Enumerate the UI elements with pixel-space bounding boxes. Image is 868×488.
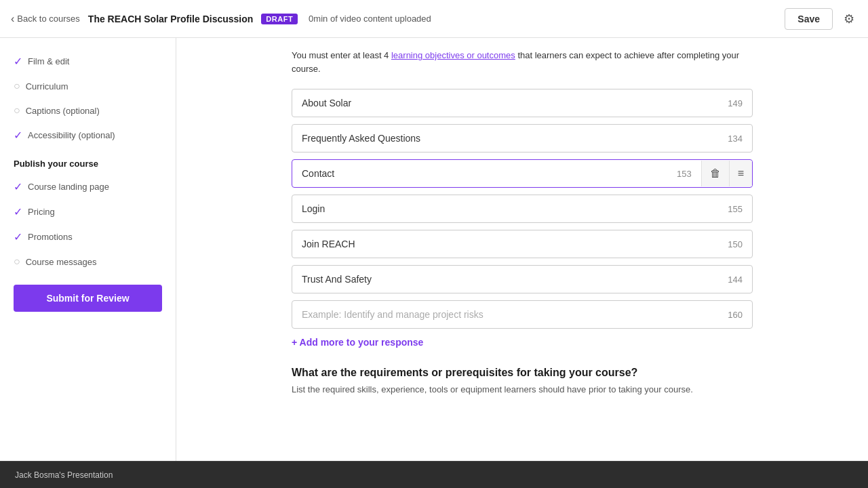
sidebar-item-accessibility[interactable]: ✓ Accessibility (optional) (0, 123, 176, 148)
check-empty-icon: ○ (14, 256, 20, 268)
char-count-7: 160 (718, 310, 752, 320)
sidebar-item-label: Accessibility (optional) (28, 130, 115, 140)
char-count-2: 134 (718, 134, 752, 144)
reorder-icon-btn[interactable]: ≡ (729, 161, 752, 186)
char-count-5: 150 (718, 239, 752, 249)
objective-input-3[interactable] (292, 160, 667, 187)
objective-input-row-1: 149 (292, 89, 753, 117)
objective-input-row-4: 155 (292, 195, 753, 223)
sidebar-item-label: Course landing page (28, 182, 109, 192)
objective-input-row-6: 144 (292, 265, 753, 293)
sidebar-item-film-edit[interactable]: ✓ Film & edit (0, 49, 176, 74)
submit-btn-wrap: Submit for Review (0, 274, 176, 323)
sidebar-item-landing[interactable]: ✓ Course landing page (0, 174, 176, 199)
objective-input-5[interactable] (292, 230, 718, 258)
char-count-6: 144 (718, 274, 752, 285)
sidebar-item-label: Promotions (28, 232, 73, 242)
char-count-4: 155 (718, 204, 752, 214)
course-title: The REACH Solar Profile Discussion (88, 14, 254, 24)
objective-input-6[interactable] (292, 266, 718, 293)
sidebar-item-label: Captions (optional) (26, 106, 100, 116)
objective-input-row-5: 150 (292, 230, 753, 258)
check-empty-icon: ○ (14, 80, 20, 92)
objective-input-4[interactable] (292, 195, 718, 222)
requirements-sub: List the required skills, experience, to… (292, 384, 753, 394)
objective-input-1[interactable] (292, 89, 718, 117)
add-more-link[interactable]: + Add more to your response (292, 337, 753, 348)
back-label: Back to courses (17, 14, 80, 24)
objective-input-7[interactable] (292, 301, 718, 328)
check-done-icon: ✓ (14, 230, 22, 243)
back-arrow-icon: ‹ (11, 13, 14, 25)
check-done-icon: ✓ (14, 180, 22, 193)
submit-for-review-button[interactable]: Submit for Review (14, 285, 162, 312)
sidebar-item-label: Pricing (28, 207, 55, 217)
check-done-icon: ✓ (14, 129, 22, 142)
draft-badge: DRAFT (261, 14, 298, 24)
objective-input-row-2: 134 (292, 124, 753, 152)
sidebar-item-captions[interactable]: ○ Captions (optional) (0, 98, 176, 123)
sidebar-item-curriculum[interactable]: ○ Curriculum (0, 74, 176, 98)
requirements-question: What are the requirements or prerequisit… (292, 367, 753, 379)
char-count-3: 153 (667, 169, 701, 179)
char-count-1: 149 (718, 98, 752, 108)
sidebar-item-label: Course messages (26, 257, 97, 267)
video-upload-info: 0min of video content uploaded (309, 14, 431, 24)
objective-input-2[interactable] (292, 125, 718, 152)
notice-prefix: You must enter at least 4 (292, 50, 391, 60)
check-done-icon: ✓ (14, 205, 22, 218)
sidebar-item-messages[interactable]: ○ Course messages (0, 249, 176, 274)
notice-text: You must enter at least 4 learning objec… (292, 49, 753, 75)
sidebar-item-label: Film & edit (28, 56, 69, 66)
main-layout: ✓ Film & edit ○ Curriculum ○ Captions (o… (0, 38, 868, 461)
check-empty-icon: ○ (14, 104, 20, 117)
content-inner: You must enter at least 4 learning objec… (251, 38, 793, 422)
publish-section-title: Publish your course (0, 148, 176, 174)
objective-input-row-3: 153 🗑 ≡ (292, 159, 753, 188)
check-done-icon: ✓ (14, 55, 22, 68)
main-content: You must enter at least 4 learning objec… (176, 38, 868, 461)
settings-icon[interactable]: ⚙ (841, 9, 857, 29)
sidebar-item-label: Curriculum (26, 81, 68, 92)
sidebar-item-promotions[interactable]: ✓ Promotions (0, 224, 176, 249)
delete-icon-btn[interactable]: 🗑 (701, 161, 729, 186)
save-button[interactable]: Save (785, 8, 833, 30)
sidebar: ✓ Film & edit ○ Curriculum ○ Captions (o… (0, 38, 176, 461)
sidebar-item-pricing[interactable]: ✓ Pricing (0, 199, 176, 224)
objective-input-row-7: 160 (292, 300, 753, 329)
back-to-courses-link[interactable]: ‹ Back to courses (11, 13, 80, 25)
learning-objectives-link[interactable]: learning objectives or outcomes (391, 50, 515, 60)
topbar: ‹ Back to courses The REACH Solar Profil… (0, 0, 868, 38)
